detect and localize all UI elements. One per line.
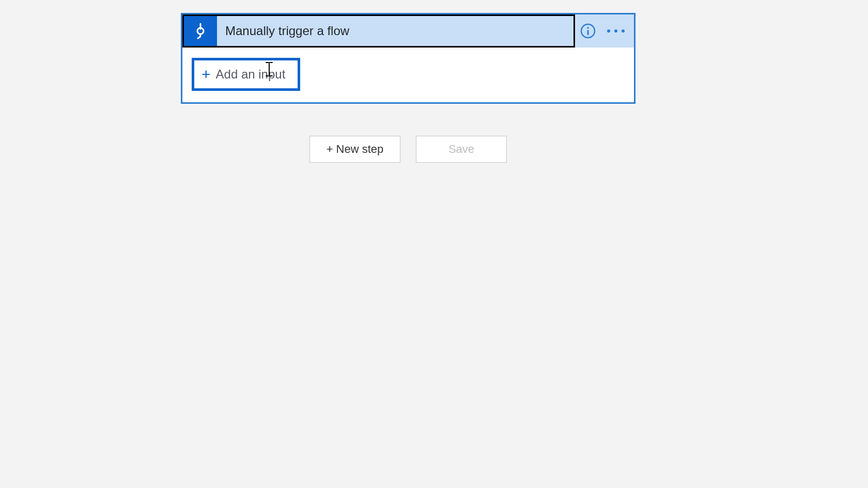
trigger-header-main[interactable]: Manually trigger a flow xyxy=(182,14,575,48)
add-input-label: Add an input xyxy=(216,67,286,82)
plus-icon: + xyxy=(202,67,211,82)
svg-point-2 xyxy=(587,27,589,29)
trigger-body: + Add an input xyxy=(182,48,634,102)
flow-actions: + New step Save xyxy=(181,136,636,163)
svg-rect-3 xyxy=(587,30,589,35)
save-button: Save xyxy=(416,136,507,163)
info-icon[interactable] xyxy=(580,23,596,39)
trigger-header-actions xyxy=(575,14,634,48)
new-step-button[interactable]: + New step xyxy=(309,136,400,163)
more-menu-icon[interactable] xyxy=(607,29,625,33)
manual-trigger-icon xyxy=(184,16,217,46)
trigger-title: Manually trigger a flow xyxy=(217,24,349,38)
add-input-button[interactable]: + Add an input xyxy=(192,58,300,91)
trigger-header: Manually trigger a flow xyxy=(182,14,634,48)
trigger-card: Manually trigger a flow + Add an input xyxy=(181,13,636,104)
